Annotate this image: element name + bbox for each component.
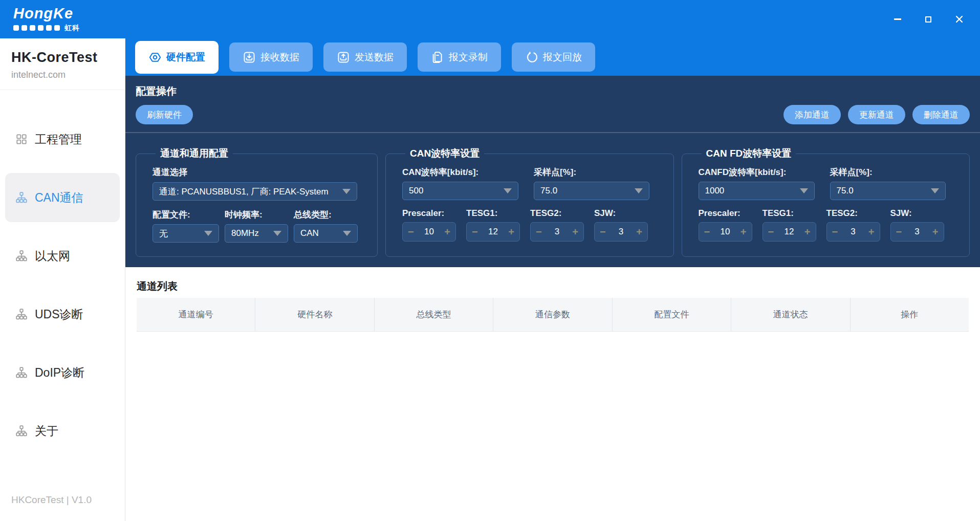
minus-icon[interactable] — [600, 227, 606, 237]
can-baudrate-dropdown[interactable]: 500 — [402, 182, 518, 200]
can-tesg1-value: 12 — [488, 227, 498, 237]
main-area: 硬件配置 接收数据 — [125, 38, 980, 521]
clock-frequency-dropdown[interactable]: 80MHz — [225, 224, 288, 243]
can-prescaler-label: Prescaler: — [402, 208, 456, 219]
logo-square — [30, 25, 35, 31]
hongke-logo: HongKe 虹科 — [13, 6, 80, 33]
channel-select-dropdown[interactable]: 通道: PCANUSBBUS1, 厂商: PEAK-System — [153, 182, 357, 201]
plus-icon[interactable] — [508, 227, 514, 237]
col-actions: 操作 — [851, 298, 969, 331]
canfd-stepper-row: Prescaler: 10 TESG1: 12 — [699, 208, 960, 242]
delete-channel-button[interactable]: 删除通道 — [912, 105, 970, 124]
tab-message-replay[interactable]: 报文回放 — [512, 42, 595, 72]
sidebar-item-label: DoIP诊断 — [35, 365, 84, 381]
bus-type-value: CAN — [300, 228, 319, 238]
canfd-sample-point-dropdown[interactable]: 75.0 — [830, 182, 946, 200]
canfd-baudrate-panel: CAN FD波特率设置 CANFD波特率[kbit/s]: 1000 采样点[%… — [682, 147, 970, 257]
tab-receive-data[interactable]: 接收数据 — [229, 42, 313, 72]
canfd-baudrate-field: CANFD波特率[kbit/s]: 1000 — [699, 166, 815, 200]
plus-icon[interactable] — [804, 227, 811, 237]
chevron-down-icon — [931, 188, 939, 193]
can-prescaler-stepper: 10 — [402, 222, 456, 242]
channel-select-value: 通道: PCANUSBBUS1, 厂商: PEAK-System — [159, 186, 329, 198]
update-channel-button[interactable]: 更新通道 — [848, 105, 905, 124]
sidebar: HK-CoreTest intelnect.com 工程管理 — [0, 38, 125, 521]
tab-message-record[interactable]: 报文录制 — [418, 42, 501, 72]
canfd-tesg2-value: 3 — [851, 227, 855, 237]
can-stepper-row: Prescaler: 10 TESG1: 12 — [402, 208, 663, 242]
replay-icon — [525, 51, 538, 64]
bus-type-dropdown[interactable]: CAN — [294, 224, 358, 243]
can-prescaler-field: Prescaler: 10 — [402, 208, 456, 242]
add-channel-button[interactable]: 添加通道 — [783, 105, 841, 124]
minus-icon[interactable] — [472, 227, 478, 237]
sidebar-item-can-communication[interactable]: CAN通信 — [5, 173, 120, 222]
app-title: HK-CoreTest — [11, 50, 125, 66]
logo-square — [46, 25, 52, 31]
can-sjw-field: SJW: 3 — [594, 208, 648, 242]
can-dropdown-row: CAN波特率[kbit/s]: 500 采样点[%]: 75.0 — [402, 166, 663, 200]
chevron-down-icon — [343, 231, 351, 236]
plus-icon[interactable] — [636, 227, 642, 237]
canfd-tesg2-stepper: 3 — [826, 222, 880, 242]
document-record-icon — [431, 51, 444, 64]
can-sjw-label: SJW: — [594, 208, 648, 219]
canfd-prescaler-value: 10 — [721, 227, 730, 237]
can-tesg2-value: 3 — [555, 227, 559, 237]
tab-label: 接收数据 — [260, 51, 299, 64]
sitemap-icon — [15, 308, 28, 320]
sidebar-item-project-management[interactable]: 工程管理 — [5, 115, 120, 164]
canfd-tesg1-value: 12 — [785, 227, 794, 237]
config-file-dropdown[interactable]: 无 — [153, 224, 219, 243]
canfd-sjw-field: SJW: 3 — [890, 208, 944, 242]
refresh-hardware-button[interactable]: 刷新硬件 — [136, 105, 193, 124]
sidebar-item-label: 关于 — [35, 423, 58, 439]
channel-list-title: 通道列表 — [137, 279, 969, 293]
plus-icon[interactable] — [572, 227, 578, 237]
canfd-baudrate-dropdown[interactable]: 1000 — [699, 182, 815, 200]
can-sample-point-value: 75.0 — [540, 186, 557, 196]
col-channel-number: 通道编号 — [137, 298, 255, 331]
sidebar-item-label: CAN通信 — [35, 190, 83, 206]
minimize-icon[interactable] — [890, 12, 905, 27]
close-icon[interactable] — [951, 12, 967, 27]
tab-send-data[interactable]: 发送数据 — [323, 42, 407, 72]
plus-icon[interactable] — [444, 227, 450, 237]
tab-label: 报文录制 — [449, 51, 488, 64]
minus-icon[interactable] — [536, 227, 542, 237]
config-panels: 通道和通用配置 通道选择 通道: PCANUSBBUS1, 厂商: PEAK-S… — [136, 147, 970, 257]
can-sjw-stepper: 3 — [594, 222, 648, 242]
minus-icon[interactable] — [408, 227, 414, 237]
can-sample-point-dropdown[interactable]: 75.0 — [534, 182, 649, 200]
channel-select-label: 通道选择 — [153, 166, 367, 178]
tab-label: 报文回放 — [543, 51, 582, 64]
sidebar-item-uds-diagnosis[interactable]: UDS诊断 — [5, 290, 120, 339]
sidebar-item-doip-diagnosis[interactable]: DoIP诊断 — [5, 348, 120, 397]
plus-icon[interactable] — [741, 227, 747, 237]
canfd-tesg1-stepper: 12 — [763, 222, 816, 242]
config-file-field: 配置文件: 无 — [153, 209, 219, 243]
sidebar-item-about[interactable]: 关于 — [5, 406, 120, 455]
logo-square — [13, 25, 19, 31]
sidebar-item-label: 以太网 — [35, 248, 70, 264]
maximize-icon[interactable] — [921, 12, 936, 27]
minus-icon[interactable] — [896, 227, 902, 237]
can-tesg2-label: TESG2: — [530, 208, 584, 219]
sidebar-header: HK-CoreTest intelnect.com — [0, 38, 125, 90]
minus-icon[interactable] — [832, 227, 838, 237]
minus-icon[interactable] — [768, 227, 774, 237]
logo-wordmark: HongKe — [13, 6, 80, 21]
minus-icon[interactable] — [704, 227, 710, 237]
col-config-file: 配置文件 — [613, 298, 731, 331]
can-tesg2-stepper: 3 — [530, 222, 584, 242]
sidebar-item-ethernet[interactable]: 以太网 — [5, 231, 120, 280]
plus-icon[interactable] — [932, 227, 939, 237]
grid-icon — [15, 133, 28, 145]
plus-icon[interactable] — [868, 227, 875, 237]
general-fields-row: 配置文件: 无 时钟频率: 80MHz — [153, 209, 367, 243]
chevron-down-icon — [204, 231, 212, 236]
can-prescaler-value: 10 — [424, 227, 434, 237]
tab-hardware-config[interactable]: 硬件配置 — [135, 41, 219, 74]
col-channel-status: 通道状态 — [731, 298, 850, 331]
can-baudrate-panel: CAN波特率设置 CAN波特率[kbit/s]: 500 采样点[%]: — [385, 147, 674, 257]
